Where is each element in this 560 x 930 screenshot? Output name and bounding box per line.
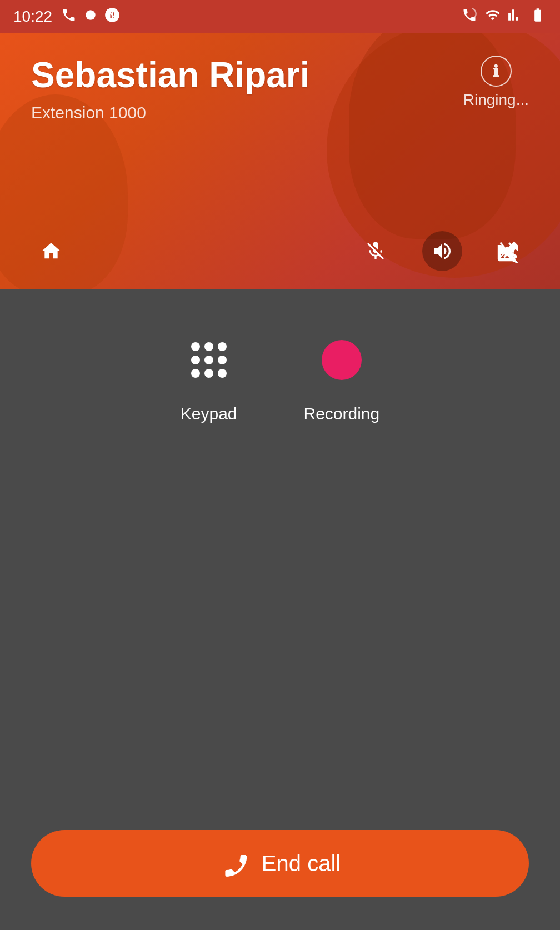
home-button[interactable] xyxy=(31,231,71,271)
status-bar-left: 10:22 xyxy=(13,7,120,26)
keypad-dot xyxy=(218,342,227,351)
keypad-dot xyxy=(218,369,227,378)
caller-name: Sebastian Ripari xyxy=(31,56,529,94)
end-call-phone-icon xyxy=(211,841,256,886)
status-time: 10:22 xyxy=(13,8,52,26)
end-call-button[interactable]: End call xyxy=(31,830,529,897)
keypad-dot xyxy=(191,342,200,351)
call-action-icons xyxy=(356,231,529,271)
call-controls-top xyxy=(31,231,529,289)
call-volume-icon xyxy=(461,7,478,26)
action-buttons: Keypad Recording xyxy=(181,333,380,423)
mute-button[interactable] xyxy=(356,231,396,271)
call-header: Sebastian Ripari Extension 1000 ℹ Ringin… xyxy=(0,33,560,289)
record-dot xyxy=(322,340,362,380)
keypad-dot xyxy=(218,356,227,364)
end-call-container: End call xyxy=(0,830,560,930)
keypad-button[interactable]: Keypad xyxy=(181,333,237,423)
phone-status-icon xyxy=(61,7,77,26)
keypad-icon xyxy=(182,333,236,387)
signal-icon xyxy=(508,7,522,26)
svg-point-0 xyxy=(86,10,95,19)
keypad-dot xyxy=(204,369,213,378)
keypad-dot xyxy=(204,342,213,351)
status-bar-right xyxy=(461,7,547,26)
keypad-dot xyxy=(191,356,200,364)
status-bar: 10:22 xyxy=(0,0,560,33)
end-call-text: End call xyxy=(262,851,341,876)
phone-screen: 10:22 xyxy=(0,0,560,930)
keypad-dot xyxy=(191,369,200,378)
status-icons-left xyxy=(61,7,120,26)
call-status-info: ℹ Ringing... xyxy=(463,56,529,109)
recording-icon xyxy=(315,333,368,387)
caller-extension: Extension 1000 xyxy=(31,103,529,122)
caller-info: Sebastian Ripari Extension 1000 xyxy=(31,56,529,231)
blocked-status-icon xyxy=(104,7,120,26)
info-icon[interactable]: ℹ xyxy=(481,56,512,87)
ringing-status: Ringing... xyxy=(463,91,529,109)
battery-icon xyxy=(529,7,547,26)
circle-status-icon xyxy=(83,8,98,26)
speaker-button[interactable] xyxy=(422,231,462,271)
recording-label: Recording xyxy=(304,404,380,423)
video-off-button[interactable] xyxy=(489,231,529,271)
keypad-label: Keypad xyxy=(181,404,237,423)
call-main: Keypad Recording xyxy=(0,289,560,830)
wifi-icon xyxy=(484,7,501,26)
recording-button[interactable]: Recording xyxy=(304,333,380,423)
keypad-dot xyxy=(204,356,213,364)
